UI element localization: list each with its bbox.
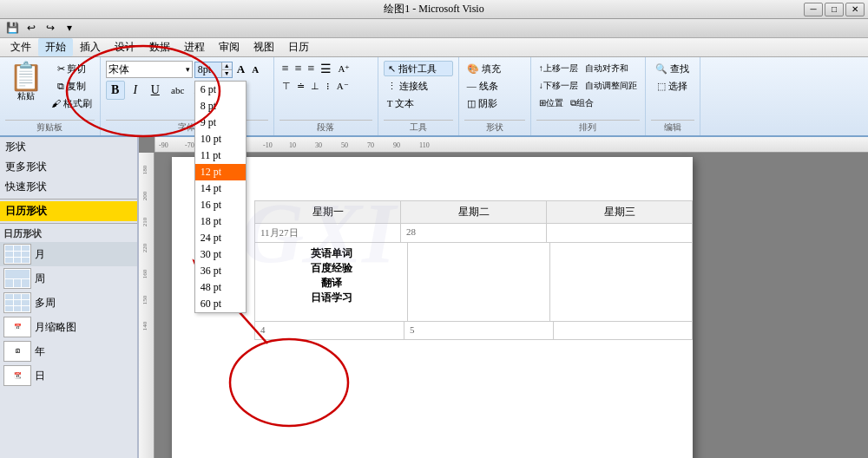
canvas-area: -90 -70 -50 -30 -10 10 30 50 70 90 110 1…: [139, 137, 868, 458]
copy-button[interactable]: ⧉ 复制: [49, 78, 95, 94]
size-30pt[interactable]: 30 pt: [195, 246, 246, 263]
underline-button[interactable]: U: [146, 81, 165, 100]
customize-quick-btn[interactable]: ▾: [61, 21, 78, 36]
save-quick-btn[interactable]: 💾: [3, 21, 21, 36]
svg-text:-10: -10: [263, 141, 273, 149]
menu-data[interactable]: 数据: [142, 38, 177, 56]
size-60pt[interactable]: 60 pt: [195, 296, 246, 312]
shape-label: 形状: [464, 120, 525, 134]
valign-mid-btn[interactable]: ≐: [294, 78, 307, 94]
col-btn[interactable]: ⫶: [323, 78, 333, 94]
text-tool-btn[interactable]: T 文本: [384, 95, 453, 111]
bold-button[interactable]: B: [106, 81, 125, 100]
cal-header-tue: 星期二: [401, 201, 547, 223]
shape-row-thumb[interactable]: 📅 月缩略图: [0, 315, 137, 339]
font-row1: 宋体 ▾ 8pt ▲ ▼: [106, 61, 261, 78]
auto-align-btn[interactable]: 自动对齐和: [582, 61, 631, 76]
more-shapes-item[interactable]: 更多形状: [0, 157, 137, 177]
svg-text:70: 70: [367, 141, 374, 149]
italic-button[interactable]: I: [126, 81, 145, 100]
redo-quick-btn[interactable]: ↪: [42, 21, 59, 36]
cal-date-2: 28: [401, 224, 547, 242]
maximize-button[interactable]: □: [825, 3, 844, 16]
group-btn[interactable]: ⧉组合: [568, 95, 596, 111]
shape-section-item[interactable]: 形状: [0, 137, 137, 157]
increase-font-btn[interactable]: A: [234, 62, 247, 77]
find-btn[interactable]: 🔍 查找: [651, 61, 694, 76]
align-right-btn[interactable]: ≡: [306, 61, 318, 76]
ribbon-group-paragraph: ≡ ≡ ≡ ☰ A⁺ ⊤ ≐ ⊥ ⫶ A⁻ 段落: [274, 57, 378, 135]
clipboard-small-btns: ✂ 剪切 ⧉ 复制 🖌 格式刷: [49, 61, 95, 111]
size-9pt[interactable]: 9 pt: [195, 114, 246, 131]
auto-space-btn[interactable]: 自动调整间距: [582, 78, 640, 94]
menu-design[interactable]: 设计: [108, 38, 142, 56]
size-48pt[interactable]: 48 pt: [195, 279, 246, 296]
line-btn[interactable]: — 线条: [464, 78, 525, 94]
menu-view[interactable]: 视图: [247, 38, 281, 56]
size-6pt[interactable]: 6 pt: [195, 82, 246, 98]
arrange-content: ↑上移一层 自动对齐和 ↓下移一层 自动调整间距 ⊞位置 ⧉组合: [536, 61, 640, 118]
list-btn[interactable]: ☰: [318, 61, 334, 76]
font-size-down[interactable]: ▼: [222, 70, 232, 77]
cal-header-wed: 星期三: [547, 201, 692, 223]
align-center-btn[interactable]: ≡: [293, 61, 305, 76]
size-14pt[interactable]: 14 pt: [195, 180, 246, 197]
cal-date-3: [547, 224, 692, 242]
font-size-up[interactable]: ▲: [222, 62, 232, 70]
menu-home[interactable]: 开始: [38, 38, 73, 56]
canvas-scroll[interactable]: GXI 星期一 星期二 星期三 11月27日 28: [155, 153, 868, 458]
calendar-table[interactable]: 星期一 星期二 星期三 11月27日 28: [254, 200, 693, 340]
shape-row-multiweek[interactable]: 多周: [0, 291, 137, 315]
para-btns: ≡ ≡ ≡ ☰ A⁺ ⊤ ≐ ⊥ ⫶ A⁻: [279, 61, 353, 94]
format-painter-button[interactable]: 🖌 格式刷: [49, 95, 95, 111]
paste-button[interactable]: 📋 粘贴: [5, 61, 47, 104]
shape-row-year[interactable]: 🗓 年: [0, 339, 137, 363]
size-24pt[interactable]: 24 pt: [195, 230, 246, 246]
select-btn[interactable]: ⬚ 选择: [651, 78, 694, 94]
font-name-input[interactable]: 宋体 ▾: [106, 61, 193, 78]
size-18pt[interactable]: 18 pt: [195, 213, 246, 230]
size-16pt[interactable]: 16 pt: [195, 197, 246, 213]
para-row1: ≡ ≡ ≡ ☰ A⁺: [279, 61, 353, 76]
size-36pt[interactable]: 36 pt: [195, 263, 246, 279]
size-8pt[interactable]: 8 pt: [195, 98, 246, 114]
paragraph-label: 段落: [279, 120, 372, 134]
shadow-btn[interactable]: ◫ 阴影: [464, 95, 525, 111]
minimize-button[interactable]: ─: [804, 3, 823, 16]
menu-process[interactable]: 进程: [177, 38, 212, 56]
connector-tool-btn[interactable]: ⋮ 连接线: [384, 78, 453, 94]
font-name-value: 宋体: [108, 62, 129, 77]
menu-file[interactable]: 文件: [3, 38, 38, 56]
font-size-dropdown[interactable]: 6 pt 8 pt 9 pt 10 pt 11 pt 12 pt 14 pt 1…: [194, 81, 247, 313]
panel-section-title: 日历形状: [0, 226, 137, 242]
send-back-btn[interactable]: ↓下移一层: [536, 78, 581, 94]
cut-button[interactable]: ✂ 剪切: [49, 61, 95, 76]
shape-row-month[interactable]: 月: [0, 242, 137, 266]
fill-btn[interactable]: 🎨 填充: [464, 61, 525, 76]
size-12pt[interactable]: 12 pt: [195, 164, 246, 180]
menu-calendar[interactable]: 日历: [281, 38, 316, 56]
strikethrough-button[interactable]: abc: [166, 81, 190, 100]
menu-insert[interactable]: 插入: [73, 38, 108, 56]
quick-shapes-item[interactable]: 快速形状: [0, 177, 137, 197]
calendar-shapes-active[interactable]: 日历形状: [0, 201, 137, 221]
valign-bot-btn[interactable]: ⊥: [308, 78, 322, 94]
outdent-btn[interactable]: A⁻: [334, 78, 352, 94]
decrease-font-btn[interactable]: A: [249, 62, 261, 77]
font-size-input[interactable]: 8pt ▲ ▼: [194, 62, 233, 78]
close-button[interactable]: ✕: [845, 3, 865, 16]
position-btn[interactable]: ⊞位置: [536, 95, 566, 111]
bring-forward-btn[interactable]: ↑上移一层: [536, 61, 581, 76]
pointer-tool-btn[interactable]: ↖ 指针工具: [384, 61, 453, 76]
menu-review[interactable]: 审阅: [212, 38, 247, 56]
size-11pt[interactable]: 11 pt: [195, 147, 246, 164]
undo-quick-btn[interactable]: ↩: [23, 21, 40, 36]
cal-events-cell[interactable]: 英语单词 百度经验 翻译 日语学习: [255, 243, 408, 321]
shape-row-day[interactable]: 📆 日: [0, 363, 137, 388]
paragraph-content: ≡ ≡ ≡ ☰ A⁺ ⊤ ≐ ⊥ ⫶ A⁻: [279, 61, 353, 118]
align-left-btn[interactable]: ≡: [279, 61, 292, 76]
increase-indent-btn[interactable]: A⁺: [335, 61, 352, 76]
valign-top-btn[interactable]: ⊤: [279, 78, 293, 94]
shape-row-week[interactable]: 周: [0, 266, 137, 291]
size-10pt[interactable]: 10 pt: [195, 131, 246, 147]
